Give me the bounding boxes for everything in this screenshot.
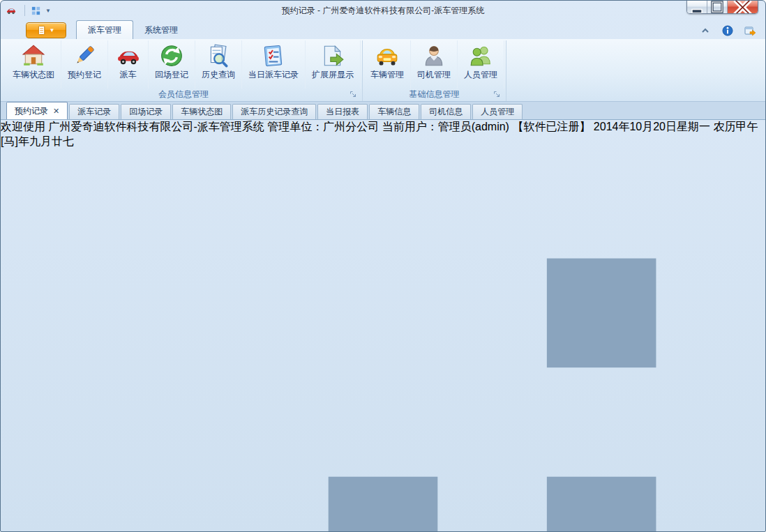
doc-tab-label: 车辆状态图 bbox=[181, 106, 223, 118]
doc-tab-reservation-records[interactable]: 预约记录✕ bbox=[6, 102, 68, 119]
ribbon-button-label: 历史查询 bbox=[202, 69, 235, 81]
app-menu-icon bbox=[38, 25, 47, 36]
extend-screen-icon bbox=[321, 44, 345, 68]
welcome-text: 欢迎使用 广州爱奇迪软件科技有限公司-派车管理系统 bbox=[1, 121, 264, 132]
doc-tab-driver-info[interactable]: 司机信息 bbox=[421, 104, 471, 119]
app-menu-dropdown-icon: ▼ bbox=[50, 27, 55, 33]
titlebar: 预约记录 - 广州爱奇迪软件科技有限公司-派车管理系统 ▼ bbox=[1, 1, 765, 20]
ribbon-button-reservation-register[interactable]: 预约登记 bbox=[61, 40, 108, 89]
ribbon-button-dispatch[interactable]: 派车 bbox=[108, 40, 149, 89]
doc-tab-personnel-mgmt[interactable]: 人员管理 bbox=[472, 104, 523, 119]
doc-tab-label: 当日报表 bbox=[326, 106, 359, 118]
current-user-text: 当前用户：管理员(admin) bbox=[382, 121, 509, 132]
ribbon-group-0-label: 会员信息管理 bbox=[6, 89, 361, 101]
ribbon-button-label: 车辆状态图 bbox=[13, 69, 54, 81]
people-icon bbox=[469, 44, 493, 68]
doc-tab-vehicle-status-map[interactable]: 车辆状态图 bbox=[172, 104, 231, 119]
doc-tab-dispatch-history-query[interactable]: 派车历史记录查询 bbox=[232, 104, 316, 119]
doc-tab-label: 派车记录 bbox=[77, 106, 111, 118]
doc-tab-dispatch-records[interactable]: 派车记录 bbox=[69, 104, 119, 119]
doc-tab-label: 司机信息 bbox=[429, 106, 463, 118]
history-search-icon bbox=[206, 44, 230, 68]
org-text: 管理单位：广州分公司 bbox=[267, 121, 379, 132]
doc-tab-label: 派车历史记录查询 bbox=[241, 106, 308, 118]
doc-tab-label: 人员管理 bbox=[481, 106, 514, 118]
pencil-icon bbox=[73, 44, 96, 68]
ribbon-button-vehicle-mgmt[interactable]: 车辆管理 bbox=[364, 40, 411, 89]
minimize-button[interactable] bbox=[687, 1, 707, 13]
ribbon-button-label: 派车 bbox=[120, 69, 137, 81]
ribbon-group-0: 车辆状态图预约登记派车回场登记历史查询当日派车记录扩展屏显示 会员信息管理 bbox=[5, 40, 363, 101]
info-icon[interactable] bbox=[722, 25, 733, 36]
ribbon-tab-row: ▼ 派车管理 系统管理 bbox=[1, 20, 765, 39]
about-icon[interactable] bbox=[744, 25, 756, 36]
app-window: 预约记录 - 广州爱奇迪软件科技有限公司-派车管理系统 ▼ ▼ 派车管理 系统管… bbox=[0, 0, 766, 532]
app-menu-button[interactable]: ▼ bbox=[26, 22, 66, 38]
app-car-icon bbox=[6, 6, 19, 15]
car-red-icon bbox=[117, 44, 140, 68]
dialog-launcher-icon[interactable] bbox=[350, 91, 357, 98]
doc-tab-label: 车辆信息 bbox=[377, 106, 411, 118]
checklist-icon bbox=[262, 44, 285, 68]
ribbon-group-1-label: 基础信息管理 bbox=[364, 89, 504, 101]
doc-tab-label: 预约记录 bbox=[15, 105, 48, 117]
doc-tab-label: 回场记录 bbox=[129, 106, 163, 118]
ribbon-button-label: 预约登记 bbox=[68, 69, 101, 81]
quick-access-dropdown-icon[interactable]: ▼ bbox=[45, 8, 51, 14]
collapse-ribbon-icon[interactable] bbox=[700, 25, 711, 36]
maximize-button[interactable] bbox=[707, 1, 728, 13]
ribbon-button-label: 当日派车记录 bbox=[248, 69, 299, 81]
doc-tab-daily-report[interactable]: 当日报表 bbox=[317, 104, 368, 119]
ribbon-button-label: 人员管理 bbox=[464, 69, 497, 81]
ribbon-button-label: 扩展屏显示 bbox=[312, 69, 354, 81]
ribbon-tab-dispatch-mgmt[interactable]: 派车管理 bbox=[76, 20, 133, 39]
dialog-launcher-icon[interactable] bbox=[493, 91, 501, 98]
ribbon-button-vehicle-status-map[interactable]: 车辆状态图 bbox=[6, 40, 61, 89]
document-tab-strip: 预约记录✕派车记录回场记录车辆状态图派车历史记录查询当日报表车辆信息司机信息人员… bbox=[1, 102, 765, 120]
ribbon-button-label: 司机管理 bbox=[417, 69, 451, 81]
status-bar: 欢迎使用 广州爱奇迪软件科技有限公司-派车管理系统 管理单位：广州分公司 当前用… bbox=[1, 120, 765, 532]
window-title: 预约记录 - 广州爱奇迪软件科技有限公司-派车管理系统 bbox=[1, 5, 765, 17]
ribbon-button-personnel-mgmt[interactable]: 人员管理 bbox=[458, 40, 504, 89]
doc-tab-return-records[interactable]: 回场记录 bbox=[121, 104, 171, 119]
ribbon-tab-system-mgmt[interactable]: 系统管理 bbox=[133, 21, 189, 39]
ribbon-button-today-dispatch-records[interactable]: 当日派车记录 bbox=[242, 40, 306, 89]
car-yellow-icon bbox=[375, 44, 399, 68]
driver-icon bbox=[422, 44, 446, 68]
titlebar-separator bbox=[24, 5, 25, 16]
ribbon-button-history-query[interactable]: 历史查询 bbox=[195, 40, 242, 89]
ribbon-button-driver-mgmt[interactable]: 司机管理 bbox=[411, 40, 458, 89]
license-link[interactable]: 【软件已注册】 bbox=[512, 121, 590, 132]
doc-tab-vehicle-info[interactable]: 车辆信息 bbox=[369, 104, 419, 119]
quick-access-icon[interactable] bbox=[31, 6, 41, 16]
ribbon: 车辆状态图预约登记派车回场登记历史查询当日派车记录扩展屏显示 会员信息管理 车辆… bbox=[1, 39, 765, 102]
ribbon-button-label: 回场登记 bbox=[155, 69, 188, 81]
ribbon-group-1: 车辆管理司机管理人员管理 基础信息管理 bbox=[363, 40, 506, 101]
close-button[interactable] bbox=[728, 1, 758, 13]
ribbon-button-label: 车辆管理 bbox=[370, 69, 404, 81]
ribbon-button-return-register[interactable]: 回场登记 bbox=[149, 40, 195, 89]
refresh-icon bbox=[160, 44, 183, 68]
ribbon-button-extended-screen[interactable]: 扩展屏显示 bbox=[306, 40, 361, 89]
window-controls bbox=[686, 1, 758, 14]
house-icon bbox=[22, 44, 45, 68]
tab-close-icon[interactable]: ✕ bbox=[53, 107, 59, 116]
